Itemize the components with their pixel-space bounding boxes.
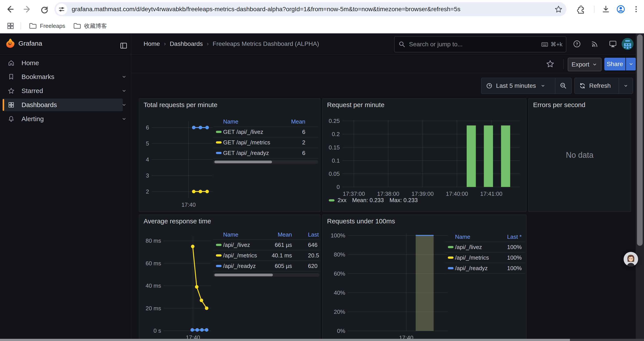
legend-row: /api/_/livez 661 µs 646	[213, 240, 319, 250]
legend-series-name[interactable]: /api/_/metrics	[223, 252, 264, 259]
browser-profile-button[interactable]	[615, 4, 626, 15]
svg-text:2: 2	[146, 188, 149, 195]
legend-series-name[interactable]: /api/_/livez	[455, 244, 499, 251]
zoom-out-time-button[interactable]	[555, 78, 571, 94]
sidebar-item-home[interactable]: Home	[3, 57, 123, 69]
legend-header-name[interactable]: Name	[223, 231, 264, 238]
export-button[interactable]: Export	[568, 58, 602, 71]
svg-text:0.05: 0.05	[328, 171, 340, 177]
folder-icon	[28, 22, 37, 30]
sidebar-item-alerting[interactable]: Alerting	[3, 113, 123, 125]
legend-series-name[interactable]: GET /api/_/metrics	[223, 139, 280, 146]
address-bar[interactable]: grafana.mathmast.com/d/deytv4rwavabkb/fr…	[54, 2, 566, 16]
dock-panel-icon	[119, 41, 128, 50]
legend-header-name[interactable]: Name	[223, 118, 280, 125]
downloads-button[interactable]	[600, 4, 612, 15]
sidebar-item-dashboards[interactable]: Dashboards	[3, 99, 123, 111]
legend-series-name[interactable]: /api/_/readyz	[455, 265, 499, 272]
bookmark-page-button[interactable]	[554, 5, 563, 14]
bookmark-folder-label: Freeleaps	[40, 23, 65, 30]
legend-series-name[interactable]: GET /api/_/readyz	[223, 150, 280, 156]
svg-text:40%: 40%	[334, 289, 345, 296]
browser-menu-button[interactable]	[630, 4, 642, 15]
refresh-label: Refresh	[589, 82, 611, 89]
legend-scrollbar-thumb[interactable]	[214, 161, 272, 163]
legend-series-name[interactable]: /api/_/metrics	[455, 254, 499, 261]
svg-text:0: 0	[337, 184, 340, 190]
sidebar-bookmarks-expand[interactable]	[120, 71, 128, 83]
series-swatch	[216, 254, 222, 256]
sidebar-item-label: Home	[22, 59, 39, 67]
bookmark-folder-freeleaps[interactable]: Freeleaps	[28, 22, 65, 30]
svg-text:80 ms: 80 ms	[146, 237, 161, 244]
legend-row: GET /api/_/metrics 2	[213, 137, 318, 148]
sidebar-item-bookmarks[interactable]: Bookmarks	[3, 71, 123, 83]
refresh-interval-button[interactable]	[618, 78, 632, 94]
legend-header-mean[interactable]: Mean	[264, 231, 292, 238]
grafana-logo[interactable]	[5, 38, 15, 49]
sidebar-dashboards-expand[interactable]	[120, 99, 128, 111]
panel-title[interactable]: Average response time	[144, 217, 211, 225]
legend-scrollbar-thumb[interactable]	[214, 274, 273, 276]
browser-forward-button[interactable]	[22, 4, 33, 15]
panel-errors-per-second: Errors per second No data	[528, 98, 631, 212]
search-input[interactable]: Search or jump to... ⌘+k	[394, 36, 566, 53]
svg-text:17:40: 17:40	[182, 201, 196, 208]
horizontal-scrollbar-thumb[interactable]	[0, 339, 570, 341]
grafana-brand: Grafana	[18, 40, 42, 47]
svg-text:3: 3	[146, 172, 149, 179]
legend-series-name[interactable]: /api/_/livez	[223, 242, 264, 248]
panel-title[interactable]: Requests under 100ms	[327, 217, 395, 225]
site-settings-button[interactable]	[56, 4, 67, 15]
news-button[interactable]	[589, 38, 601, 50]
sidebar-starred-expand[interactable]	[120, 85, 128, 97]
extensions-button[interactable]	[575, 4, 586, 15]
breadcrumb-dashboards[interactable]: Dashboards	[170, 40, 203, 47]
toolbar-separator	[594, 6, 594, 13]
breadcrumb-home[interactable]: Home	[144, 40, 160, 47]
legend-header-last[interactable]: Last *	[499, 233, 525, 240]
legend-scrollbar[interactable]	[213, 160, 318, 164]
timeseries-chart: 6543217:40	[141, 115, 213, 208]
assistant-avatar-icon	[624, 252, 638, 266]
share-menu-button[interactable]	[626, 58, 636, 71]
bookmarks-separator	[20, 22, 21, 30]
panel-title[interactable]: Total requests per minute	[144, 101, 218, 109]
vertical-scrollbar-thumb[interactable]	[637, 35, 643, 246]
export-label: Export	[572, 61, 590, 68]
share-button[interactable]: Share	[604, 58, 625, 71]
display-button[interactable]	[607, 38, 619, 50]
breadcrumb-current: Freeleaps Metrics Dashboard (ALPHA)	[212, 40, 319, 47]
apps-grid-button[interactable]	[6, 22, 15, 30]
legend-header-mean[interactable]: Mean	[280, 118, 318, 125]
dashboard-header	[131, 54, 644, 73]
assistant-avatar[interactable]	[624, 252, 638, 266]
sidebar-alerting-expand[interactable]	[120, 113, 128, 125]
mega-menu-toggle[interactable]	[118, 40, 130, 52]
svg-text:0%: 0%	[337, 327, 345, 334]
legend-header-name[interactable]: Name	[455, 233, 499, 240]
search-placeholder: Search or jump to...	[409, 41, 541, 48]
panel-average-response-time: Average response time 80 ms60 ms40 ms20 …	[139, 214, 320, 341]
sidebar-item-starred[interactable]: Starred	[3, 85, 123, 97]
legend-series-name[interactable]: /api/_/readyz	[223, 263, 264, 269]
legend-header-last[interactable]: Last *	[292, 231, 319, 238]
series-swatch	[216, 265, 222, 267]
refresh-sync-icon	[579, 82, 586, 90]
refresh-button[interactable]: Refresh	[575, 82, 618, 90]
panel-title[interactable]: Request per minute	[327, 101, 384, 109]
legend-scrollbar[interactable]	[213, 273, 319, 277]
legend-series-name[interactable]: GET /api/_/livez	[223, 129, 280, 135]
legend-row: /api/_/metrics 40.1 ms 20.5 m	[213, 250, 319, 261]
bookmark-folder-blogs[interactable]: 收藏博客	[73, 22, 107, 30]
help-button[interactable]: ?	[571, 38, 583, 50]
legend-row: /api/_/readyz 605 µs 620	[213, 261, 319, 271]
browser-back-button[interactable]	[4, 4, 16, 15]
favorite-dashboard-button[interactable]	[544, 58, 556, 70]
area-chart: 100%80%60%40%20%0%17:40	[327, 231, 450, 341]
user-avatar[interactable]	[622, 38, 634, 50]
legend-mean-value: 6	[280, 129, 318, 135]
legend-series-name[interactable]: 2xx	[338, 197, 346, 204]
time-range-button[interactable]: Last 5 minutes	[482, 82, 555, 90]
browser-reload-button[interactable]	[38, 4, 50, 15]
